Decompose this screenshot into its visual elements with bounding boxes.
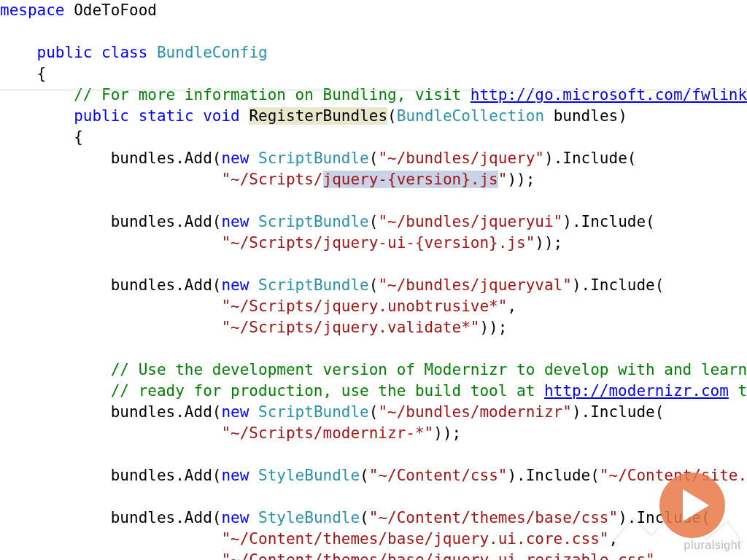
str-content-css: "~/Content/css" — [369, 467, 508, 484]
kw-namespace: mespace — [0, 1, 65, 19]
selection-jquery-version: jquery-{version}.js — [323, 171, 498, 188]
comment-bundling-info: // For more information on Bundling, vis… — [74, 86, 471, 104]
code-editor[interactable]: mespace OdeToFood public class BundleCon… — [0, 0, 747, 560]
type-bundleconfig: BundleConfig — [157, 44, 268, 61]
comment-modernizr-2: // ready for production, use the build t… — [111, 382, 544, 400]
link-modernizr[interactable]: http://modernizr.com — [544, 382, 729, 400]
pluralsight-logo: pluralsight — [684, 534, 741, 556]
link-ms-fwlink[interactable]: http://go.microsoft.com/fwlink/? — [471, 86, 747, 104]
method-separator — [0, 90, 747, 90]
play-button[interactable] — [659, 472, 725, 538]
str-bundles-modernizr: "~/bundles/modernizr" — [378, 403, 572, 421]
kw-class: class — [101, 44, 147, 61]
comment-modernizr-1: // Use the development version of Modern… — [111, 361, 747, 378]
namespace-name: OdeToFood — [65, 1, 157, 19]
kw-public: public — [37, 44, 93, 61]
brace-open-method: { — [0, 128, 83, 146]
str-bundles-jquery: "~/bundles/jquery" — [378, 149, 544, 167]
brace-open: { — [0, 65, 46, 82]
method-registerbundles: RegisterBundles — [249, 107, 387, 125]
str-bundles-jqueryui: "~/bundles/jqueryui" — [378, 213, 562, 230]
type-bundlecollection: BundleCollection — [397, 107, 544, 125]
str-content-themes-base-css: "~/Content/themes/base/css" — [369, 509, 618, 526]
str-bundles-jqueryval: "~/bundles/jqueryval" — [378, 276, 572, 294]
play-icon — [683, 489, 709, 521]
